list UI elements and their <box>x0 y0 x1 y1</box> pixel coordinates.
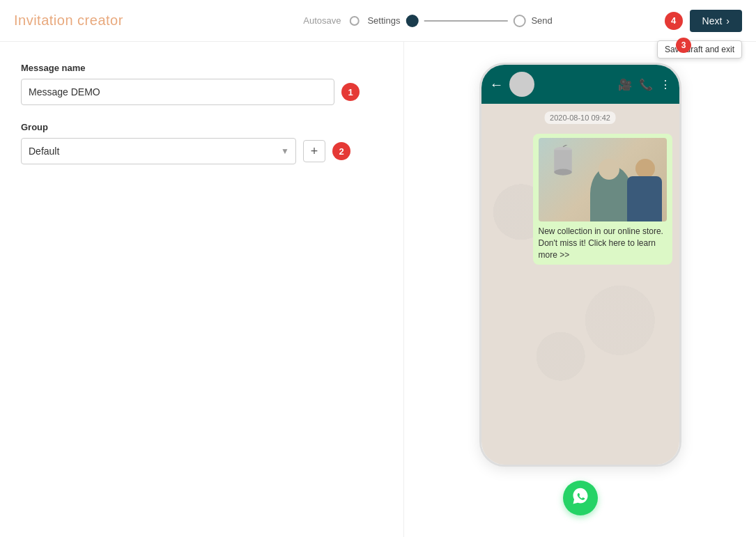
next-arrow-icon: › <box>726 15 730 26</box>
header-actions: 4 Next › <box>665 10 742 32</box>
header: Invitation creator Autosave Settings Sen… <box>0 0 756 42</box>
save-draft-label: Save draft and exit <box>665 45 734 54</box>
phone-action-icons: 🎥 📞 ⋮ <box>618 78 671 91</box>
next-label: Next <box>702 15 723 26</box>
group-select[interactable]: Default Group 1 Group 2 <box>21 138 296 164</box>
main-content: Message name 1 Group Default Group 1 Gro… <box>0 42 756 537</box>
autosave-indicator <box>349 16 359 26</box>
steps-progress: Settings Send <box>367 15 552 27</box>
phone-bottom-bar <box>481 465 679 467</box>
phone-preview: ← 🎥 📞 ⋮ 2020-08-10 09:42 <box>479 63 681 467</box>
message-name-label: Message name <box>21 63 383 73</box>
video-icon: 🎥 <box>618 78 632 91</box>
group-label: Group <box>21 122 383 132</box>
phone-icon: 📞 <box>639 78 653 91</box>
plus-icon: + <box>311 144 318 159</box>
settings-step-label: Settings <box>367 15 400 26</box>
group-section: Group Default Group 1 Group 2 ▼ + 2 <box>21 122 383 164</box>
step-badge-4: 4 <box>665 12 683 30</box>
svg-line-3 <box>563 145 573 147</box>
header-center: Autosave Settings Send <box>303 15 553 27</box>
send-step-label: Send <box>531 15 552 26</box>
person-silhouette <box>625 155 663 221</box>
whatsapp-icon <box>571 486 590 511</box>
next-button[interactable]: Next › <box>690 10 742 32</box>
message-bubble: New collection in our online store. Don'… <box>533 134 672 265</box>
contact-avatar <box>509 72 534 97</box>
chat-message: New collection in our online store. Don'… <box>488 131 672 265</box>
whatsapp-fab[interactable] <box>563 481 598 515</box>
chat-date: 2020-08-10 09:42 <box>544 111 616 124</box>
save-draft-tooltip: Save draft and exit <box>657 40 742 59</box>
field-badge-1: 1 <box>341 83 360 101</box>
bubble-text: New collection in our online store. Don'… <box>539 226 667 260</box>
group-select-wrapper: Default Group 1 Group 2 ▼ <box>21 138 296 164</box>
phone-top-bar: ← 🎥 📞 ⋮ <box>481 65 679 104</box>
step-badge-3: 3 <box>676 38 691 53</box>
add-group-button[interactable]: + <box>303 140 325 162</box>
svg-rect-1 <box>554 150 571 172</box>
chat-background: 2020-08-10 09:42 <box>481 104 679 465</box>
step1-dot <box>406 15 418 27</box>
message-name-input[interactable] <box>21 79 334 105</box>
svg-point-2 <box>554 169 571 176</box>
autosave-label: Autosave <box>303 15 341 26</box>
group-row: Default Group 1 Group 2 ▼ + 2 <box>21 138 383 164</box>
app-title: Invitation creator <box>14 13 123 29</box>
back-arrow-icon: ← <box>490 77 504 93</box>
right-panel: ← 🎥 📞 ⋮ 2020-08-10 09:42 <box>404 42 756 537</box>
left-panel: Message name 1 Group Default Group 1 Gro… <box>0 42 404 537</box>
step2-dot <box>513 15 525 27</box>
bubble-image <box>539 138 667 221</box>
more-icon: ⋮ <box>660 78 671 91</box>
field-badge-2: 2 <box>332 142 350 160</box>
step-line <box>424 20 507 22</box>
message-name-section: Message name 1 <box>21 63 383 105</box>
can-svg <box>549 145 577 180</box>
message-name-row: 1 <box>21 79 383 105</box>
